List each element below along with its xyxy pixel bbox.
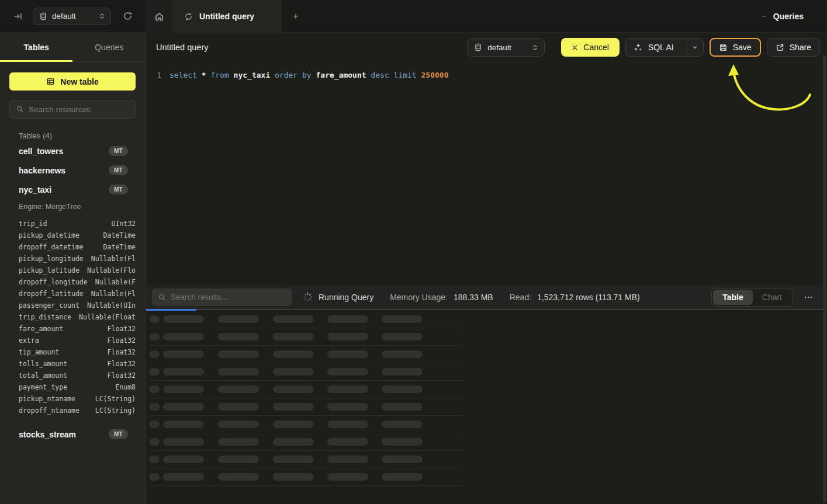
query-status: Running Query: [319, 293, 373, 302]
tab-untitled-query[interactable]: Untitled query: [172, 0, 282, 33]
save-label: Save: [733, 43, 752, 52]
chevron-updown-icon: [98, 12, 106, 20]
column-name: dropoff_ntaname: [19, 406, 79, 415]
sidebar-tabs: Tables Queries: [0, 33, 146, 62]
results-toolbar: Running Query Memory Usage: 188.33 MB Re…: [146, 285, 827, 309]
progress-track: [146, 309, 827, 310]
skeleton-cell: [382, 456, 423, 463]
table-name: nyc_taxi: [19, 185, 51, 194]
sidebar-tab-queries[interactable]: Queries: [73, 33, 146, 61]
column-type: Float32: [108, 348, 136, 356]
database-selector[interactable]: default: [33, 8, 111, 25]
skeleton-cell: [163, 456, 204, 463]
sidebar-tab-tables[interactable]: Tables: [0, 33, 73, 61]
column-row: passenger_countNullable(UIn: [19, 300, 136, 311]
loading-spinner-icon: [303, 292, 313, 302]
search-results-input[interactable]: [171, 293, 286, 301]
skeleton-row: [149, 451, 462, 468]
skeleton-row: [149, 416, 462, 433]
skeleton-cell: [163, 315, 204, 323]
sql-editor[interactable]: 1 select * from nyc_taxi order by fare_a…: [146, 62, 827, 285]
refresh-icon[interactable]: [118, 7, 137, 26]
toggle-table[interactable]: Table: [713, 290, 753, 305]
active-tab-underline: [0, 60, 72, 62]
skeleton-cell: [218, 333, 259, 340]
save-button[interactable]: Save: [710, 38, 761, 57]
read-value: 1,523,712 rows (113.71 MB): [537, 293, 640, 302]
skeleton-row: [149, 311, 462, 328]
skeleton-cell: [149, 333, 160, 340]
results-skeleton: [146, 311, 827, 504]
sql-ai-dropdown[interactable]: [687, 39, 703, 56]
column-type: Nullable(Float: [79, 313, 136, 321]
skeleton-cell: [382, 403, 423, 411]
share-button[interactable]: Share: [767, 38, 820, 57]
table-item-hackernews[interactable]: hackernewsMT: [19, 161, 146, 180]
x-icon: [572, 44, 578, 51]
database-icon: [39, 12, 47, 20]
column-row: pickup_latitudeNullable(Flo: [19, 265, 136, 276]
engine-badge: MT: [109, 185, 128, 194]
sql-ai-button[interactable]: SQL AI: [625, 38, 704, 57]
column-name: dropoff_latitude: [19, 290, 84, 298]
table-icon: [46, 77, 55, 86]
skeleton-row: [149, 398, 462, 416]
toggle-chart[interactable]: Chart: [753, 290, 791, 305]
read-label: Read:: [510, 293, 531, 302]
new-table-label: New table: [60, 77, 98, 86]
cancel-label: Cancel: [583, 43, 609, 52]
skeleton-row: [149, 363, 462, 381]
skeleton-cell: [327, 350, 368, 358]
skeleton-cell: [218, 368, 259, 376]
column-name: extra: [19, 336, 39, 345]
engine-badge: MT: [109, 146, 128, 156]
table-item-stocks_stream[interactable]: stocks_streamMT: [19, 425, 146, 444]
queries-icon: [761, 13, 768, 20]
vertical-scrollbar[interactable]: [823, 55, 826, 503]
more-options-icon[interactable]: [801, 290, 815, 304]
column-row: pickup_datetimeDateTime: [19, 230, 136, 241]
database-icon: [474, 43, 482, 51]
new-tab-button[interactable]: +: [284, 0, 307, 33]
column-type: Nullable(Fl: [91, 290, 136, 298]
search-resources-input[interactable]: [29, 105, 132, 114]
cancel-button[interactable]: Cancel: [561, 38, 620, 57]
table-item-cell_towers[interactable]: cell_towersMT: [19, 141, 146, 161]
skeleton-cell: [273, 368, 314, 376]
skeleton-cell: [273, 473, 314, 481]
sidebar: Tables Queries New table Tables (4) cell…: [0, 33, 146, 504]
new-table-button[interactable]: New table: [9, 72, 136, 91]
share-label: Share: [790, 43, 811, 52]
column-row: trip_idUInt32: [19, 218, 136, 230]
skeleton-cell: [382, 350, 423, 358]
skeleton-cell: [327, 473, 368, 481]
search-icon: [16, 105, 24, 113]
home-button[interactable]: [146, 0, 172, 33]
column-name: fare_amount: [19, 325, 63, 333]
table-item-nyc_taxi[interactable]: nyc_taxiMT: [19, 180, 146, 199]
queries-link[interactable]: Queries: [761, 0, 804, 33]
column-row: payment_typeEnum8: [19, 381, 136, 393]
sidebar-collapse-icon[interactable]: [9, 8, 27, 25]
skeleton-cell: [273, 315, 314, 323]
skeleton-row: [149, 468, 462, 486]
skeleton-cell: [218, 385, 259, 393]
table-name: stocks_stream: [19, 430, 76, 439]
column-type: LC(String): [95, 406, 136, 415]
column-name: payment_type: [19, 383, 67, 391]
query-database-selector[interactable]: default: [467, 38, 545, 57]
column-name: pickup_datetime: [19, 231, 79, 239]
database-selector-value: default: [52, 12, 94, 20]
column-type: Float32: [108, 336, 136, 345]
column-type: Float32: [108, 325, 136, 333]
skeleton-cell: [163, 385, 204, 393]
column-type: UInt32: [111, 220, 136, 228]
skeleton-cell: [163, 420, 204, 428]
skeleton-row: [149, 328, 462, 346]
skeleton-row: [149, 346, 462, 363]
skeleton-cell: [327, 333, 368, 340]
memory-usage-label: Memory Usage:: [390, 293, 448, 302]
column-name: dropoff_datetime: [19, 243, 84, 251]
skeleton-row: [149, 433, 462, 451]
skeleton-cell: [218, 438, 259, 446]
